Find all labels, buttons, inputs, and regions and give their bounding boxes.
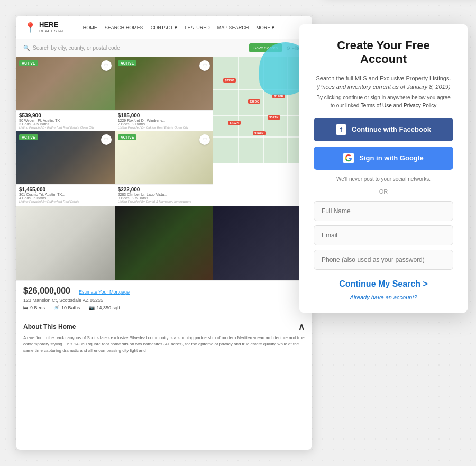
active-badge: ACTIVE (19, 60, 38, 66)
continue-button[interactable]: Continue My Search > (314, 274, 453, 292)
google-icon (343, 153, 354, 163)
property-card-4[interactable]: ACTIVE ♡ $222,000 2283 Climber Ur, Lago … (115, 131, 214, 205)
privacy-policy-link[interactable]: Privacy Policy (404, 103, 436, 108)
baths-stat: 🚿 10 Baths (53, 305, 80, 310)
property-card-2[interactable]: ACTIVE ♡ $185,000 1229 Roxford Dr, Wimbe… (115, 57, 214, 131)
property-address: 90 Wycern Pl, Austin, TX (19, 118, 112, 122)
logo-name: HERE (39, 21, 67, 29)
active-badge: ACTIVE (118, 134, 137, 140)
property-main-address: 123 Mansion Ct, Scottsdale AZ 85255 (23, 298, 103, 303)
facebook-button[interactable]: f Continue with Facebook (314, 118, 453, 141)
logo: 📍 HERE REAL ESTATE (24, 21, 67, 33)
favorite-icon[interactable]: ♡ (101, 134, 112, 145)
logo-sub: REAL ESTATE (39, 29, 67, 33)
property-agent: Listing Provided By Rental & Harmony Hom… (118, 200, 210, 203)
beds-count: 9 Beds (30, 305, 45, 310)
google-button[interactable]: Sign in with Google (314, 147, 453, 170)
property-address: 1229 Roxford Dr, Wimberly... (118, 118, 210, 122)
baths-count: 10 Baths (61, 305, 80, 310)
bed-icon: 🛏 (23, 305, 28, 310)
property-info: $185,000 1229 Roxford Dr, Wimberly... 2 … (115, 110, 214, 131)
search-input-area: 🔍 Search by city, county, or postal code (23, 45, 249, 51)
property-details: 2 Beds | 2 Baths (118, 122, 210, 126)
nav-featured[interactable]: FEATURED (185, 25, 210, 30)
nav-map-search[interactable]: MAP SEARCH (217, 25, 249, 30)
property-details: 3 Beds | 2.5 Baths (118, 196, 210, 200)
nav-search-homes[interactable]: SEARCH HOMES (105, 25, 143, 30)
property-agent: Listing Provided By Oakton Real Estate O… (118, 126, 210, 129)
nav-links: HOME SEARCH HOMES CONTACT ▾ FEATURED MAP… (83, 25, 274, 30)
active-badge: ACTIVE (118, 60, 137, 66)
facebook-icon: f (336, 124, 346, 135)
sqft-icon: 📷 (89, 305, 95, 310)
property-details: 4 Beds | 6 Baths (19, 196, 112, 200)
or-divider: OR (314, 188, 453, 195)
sqft-count: 14,350 sqft (97, 305, 121, 310)
terms-of-use-link[interactable]: Terms of Use (361, 103, 392, 108)
property-stats: 🛏 9 Beds 🚿 10 Baths 📷 14,350 sqft (23, 305, 305, 310)
search-icon: 🔍 (23, 45, 30, 51)
property-price: $1,465,000 (19, 187, 112, 193)
property-agent: Listing Provided By Rutherford Real Esta… (19, 200, 112, 203)
create-account-card: Create Your Free Account Search the full… (299, 24, 468, 313)
mortgage-link[interactable]: Estimate Your Mortgage (79, 289, 130, 295)
phone-input[interactable] (314, 250, 453, 270)
property-info: $1,465,000 301 Cosmo Tri, Austin, TX... … (16, 184, 115, 205)
social-note: We'll never post to your social networks… (314, 176, 453, 182)
property-address: 2283 Climber Ur, Lago Vista... (118, 193, 210, 196)
nav-more[interactable]: MORE ▾ (256, 25, 274, 30)
collapse-icon[interactable]: ∧ (298, 322, 305, 332)
active-badge: ACTIVE (19, 134, 38, 140)
property-address: 301 Cosmo Tri, Austin, TX... (19, 193, 112, 196)
outdoor-photo (115, 206, 214, 280)
kitchen-photo (16, 206, 115, 280)
property-agent: Listing Provided By Rutherford Real Esta… (19, 126, 112, 129)
card-terms: By clicking continue or sign in anywhere… (314, 94, 453, 109)
full-name-input[interactable] (314, 201, 453, 221)
search-placeholder: Search by city, county, or postal code (33, 45, 120, 51)
property-price: $185,000 (118, 113, 210, 118)
property-card-1[interactable]: ACTIVE ♡ $539,900 90 Wycern Pl, Austin, … (16, 57, 115, 131)
favorite-icon[interactable]: ♡ (101, 60, 112, 71)
card-subtitle: Search the full MLS and Exclusive Proper… (314, 74, 453, 92)
beds-stat: 🛏 9 Beds (23, 305, 45, 310)
luxury-photos (16, 206, 312, 280)
wine-cellar-photo (213, 206, 312, 280)
logo-pin-icon: 📍 (24, 22, 36, 33)
already-account-link[interactable]: Already have an account? (314, 292, 453, 300)
property-main-price: $26,000,000 (23, 286, 70, 296)
property-detail-section: $26,000,000 Estimate Your Mortgage 123 M… (16, 280, 312, 316)
email-input[interactable] (314, 225, 453, 245)
about-title: About This Home ∧ (23, 322, 305, 332)
property-price: $539,900 (19, 113, 112, 118)
property-card-3[interactable]: ACTIVE ♡ $1,465,000 301 Cosmo Tri, Austi… (16, 131, 115, 205)
bath-icon: 🚿 (53, 305, 59, 310)
sqft-stat: 📷 14,350 sqft (89, 305, 121, 310)
property-info: $539,900 90 Wycern Pl, Austin, TX 3 Beds… (16, 110, 115, 131)
property-details: 3 Beds | 4.5 Baths (19, 122, 112, 126)
about-section: About This Home ∧ A rare find in the bac… (16, 316, 312, 359)
property-price: $222,000 (118, 187, 210, 193)
about-text: A rare find in the back canyons of Scott… (23, 335, 305, 354)
card-title: Create Your Free Account (314, 39, 453, 67)
property-info: $222,000 2283 Climber Ur, Lago Vista... … (115, 184, 214, 205)
nav-contact[interactable]: CONTACT ▾ (151, 25, 177, 30)
nav-bar: 📍 HERE REAL ESTATE HOME SEARCH HOMES CON… (16, 16, 312, 39)
nav-home[interactable]: HOME (83, 25, 97, 30)
